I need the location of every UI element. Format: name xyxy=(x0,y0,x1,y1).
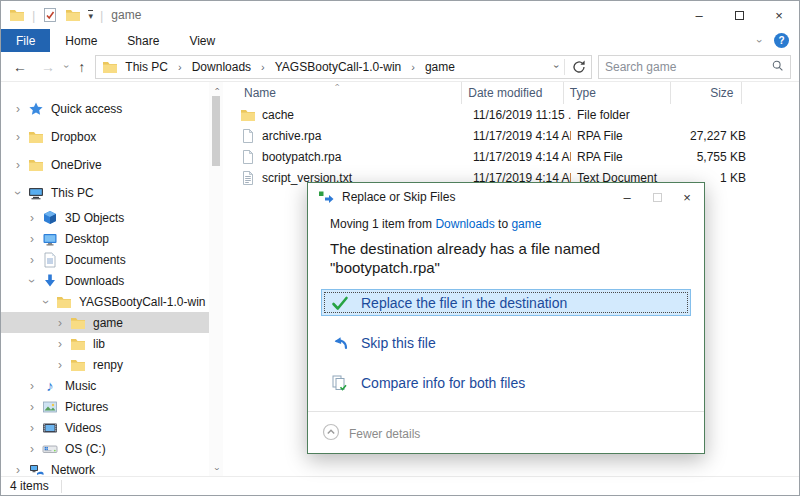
sidebar-item[interactable]: › Pictures xyxy=(1,396,209,417)
dialog-title: Replace or Skip Files xyxy=(342,190,455,204)
scroll-down-icon[interactable]: › xyxy=(211,468,221,471)
navigation-pane: › Quick access › Dropbox › OneDrive xyxy=(1,82,209,476)
sidebar-item[interactable]: › Documents xyxy=(1,249,209,270)
refresh-icon[interactable] xyxy=(571,59,587,75)
search-input[interactable] xyxy=(605,60,771,74)
breadcrumb-separator-icon[interactable]: › xyxy=(408,61,418,73)
destination-folder-link[interactable]: game xyxy=(511,217,541,231)
ribbon-tab[interactable]: Share xyxy=(112,29,174,52)
ribbon-tab-label: Home xyxy=(65,34,97,48)
column-header-date-modified[interactable]: Date modified xyxy=(461,82,563,104)
command-link-option[interactable]: Compare info for both files xyxy=(321,369,691,396)
expander-chevron-icon[interactable]: › xyxy=(25,400,39,414)
recent-locations-icon[interactable]: › xyxy=(61,65,72,68)
properties-icon[interactable] xyxy=(42,7,58,23)
sidebar-item-label: Documents xyxy=(65,253,126,267)
quick-access-toolbar: | ▾ | xyxy=(9,7,103,23)
expander-chevron-icon[interactable]: › xyxy=(11,186,25,200)
file-name-cell[interactable]: cache xyxy=(223,107,467,123)
sidebar-item[interactable]: › Quick access xyxy=(1,95,209,123)
file-date-modified: 11/17/2019 4:14 AM xyxy=(467,150,571,164)
new-folder-icon[interactable] xyxy=(65,7,81,23)
sidebar-item[interactable]: › Downloads xyxy=(1,270,209,291)
back-icon[interactable]: ← xyxy=(9,59,31,75)
ribbon-collapse-icon[interactable]: › xyxy=(754,39,766,43)
expander-chevron-icon[interactable]: › xyxy=(25,421,39,435)
expander-chevron-icon[interactable]: › xyxy=(53,337,67,351)
sidebar-item[interactable]: › OneDrive xyxy=(1,151,209,179)
breadcrumb-item[interactable]: Downloads xyxy=(190,60,253,74)
help-icon[interactable]: ? xyxy=(774,33,789,48)
fewer-details-label[interactable]: Fewer details xyxy=(349,427,420,441)
ribbon-tab[interactable]: File xyxy=(1,29,50,52)
expander-chevron-icon[interactable]: › xyxy=(25,232,39,246)
sidebar-item[interactable]: › lib xyxy=(1,333,209,354)
expander-chevron-icon[interactable]: › xyxy=(11,130,25,144)
column-header-size[interactable]: Size xyxy=(670,82,740,104)
expander-chevron-icon[interactable]: › xyxy=(53,316,67,330)
option-label: Compare info for both files xyxy=(361,375,525,391)
chevron-up-circle-icon[interactable] xyxy=(322,423,340,444)
address-dropdown-icon[interactable]: › xyxy=(551,65,562,68)
option-icon xyxy=(331,294,349,312)
expander-chevron-icon[interactable]: › xyxy=(25,253,39,267)
dialog-close-icon[interactable]: × xyxy=(672,183,702,211)
file-name-cell[interactable]: archive.rpa xyxy=(223,128,467,144)
ribbon-tab[interactable]: Home xyxy=(50,29,112,52)
column-header-name[interactable]: › Name xyxy=(223,82,461,104)
option-label: Skip this file xyxy=(361,335,436,351)
close-icon[interactable]: × xyxy=(759,1,799,29)
customize-toolbar-dropdown-icon[interactable]: ▾ xyxy=(88,10,93,21)
column-header-type[interactable]: Type xyxy=(563,82,670,104)
search-icon[interactable] xyxy=(771,59,784,75)
file-row[interactable]: archive.rpa 11/17/2019 4:14 AM RPA File … xyxy=(223,125,799,146)
up-icon[interactable]: ↑ xyxy=(74,59,89,75)
sidebar-item[interactable]: › Desktop xyxy=(1,228,209,249)
command-link-option[interactable]: Replace the file in the destination xyxy=(321,289,691,316)
command-link-option[interactable]: Skip this file xyxy=(321,329,691,356)
sidebar-item[interactable]: › ♪ Music xyxy=(1,375,209,396)
sidebar-item-icon xyxy=(28,157,44,173)
minimize-icon[interactable]: – xyxy=(679,1,719,29)
maximize-icon[interactable] xyxy=(719,1,759,29)
file-name-cell[interactable]: bootypatch.rpa xyxy=(223,149,467,165)
sidebar-item-icon xyxy=(70,336,86,352)
sidebar-item[interactable]: › YAGSBootyCall-1.0-win xyxy=(1,291,209,312)
expander-chevron-icon[interactable]: › xyxy=(11,158,25,172)
expander-chevron-icon[interactable]: › xyxy=(39,295,53,309)
breadcrumb-item[interactable]: game xyxy=(423,60,457,74)
expander-chevron-icon[interactable]: › xyxy=(25,211,39,225)
sidebar-item-icon xyxy=(70,315,86,331)
file-name: cache xyxy=(262,108,294,122)
sidebar-scrollbar[interactable]: › › xyxy=(209,82,223,476)
expander-chevron-icon[interactable]: › xyxy=(11,102,25,116)
source-folder-link[interactable]: Downloads xyxy=(435,217,494,231)
sidebar-item[interactable]: › Dropbox xyxy=(1,123,209,151)
ribbon-tab[interactable]: View xyxy=(174,29,230,52)
sidebar-item[interactable]: › This PC xyxy=(1,179,209,207)
dialog-title-bar: Replace or Skip Files – × xyxy=(308,183,704,211)
search-box[interactable] xyxy=(598,55,791,79)
expander-chevron-icon[interactable]: › xyxy=(25,274,39,288)
expander-chevron-icon[interactable]: › xyxy=(25,442,39,456)
sidebar-item[interactable]: › OS (C:) xyxy=(1,438,209,459)
file-row[interactable]: bootypatch.rpa 11/17/2019 4:14 AM RPA Fi… xyxy=(223,146,799,167)
expander-chevron-icon[interactable]: › xyxy=(53,358,67,372)
file-row[interactable]: cache 11/16/2019 11:15 ... File folder xyxy=(223,104,799,125)
dialog-minimize-icon[interactable]: – xyxy=(612,183,642,211)
sidebar-item[interactable]: › renpy xyxy=(1,354,209,375)
address-bar[interactable]: This PC › Downloads › YAGSBootyCall-1.0-… xyxy=(95,55,592,79)
breadcrumb-separator-icon[interactable]: › xyxy=(175,61,185,73)
scroll-thumb[interactable] xyxy=(212,96,220,166)
sidebar-item[interactable]: › game xyxy=(1,312,209,333)
sidebar-item[interactable]: › Network xyxy=(1,459,209,476)
expander-chevron-icon[interactable]: › xyxy=(11,463,25,477)
expander-chevron-icon[interactable]: › xyxy=(25,379,39,393)
forward-icon[interactable]: → xyxy=(37,59,59,75)
breadcrumb-separator-icon[interactable]: › xyxy=(258,61,268,73)
scroll-up-icon[interactable]: › xyxy=(211,88,221,91)
breadcrumb-item[interactable]: YAGSBootyCall-1.0-win xyxy=(273,60,404,74)
sidebar-item[interactable]: › Videos xyxy=(1,417,209,438)
breadcrumb-item[interactable]: This PC xyxy=(123,60,170,74)
sidebar-item[interactable]: › 3D Objects xyxy=(1,207,209,228)
